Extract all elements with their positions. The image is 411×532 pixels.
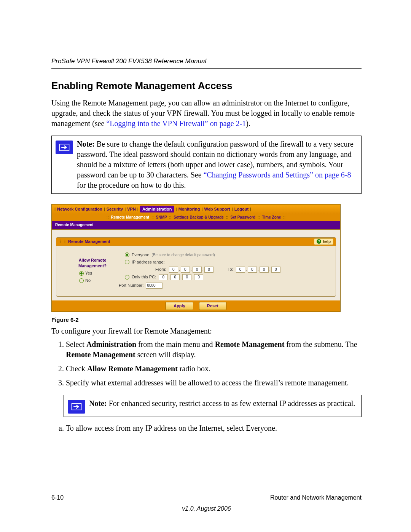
section-title: Enabling Remote Management Access [51,79,362,93]
opt-range-row: IP address range: [125,259,332,265]
tab-security[interactable]: Security [107,206,123,212]
step1-b1: Administration [86,340,136,348]
note-box-password: Note: Be sure to change the default conf… [51,136,362,194]
panel-title-label: Remote Management [68,239,110,244]
panel-titlebar: ⋮⋮ Remote Management ? help [56,238,336,246]
tab-separator: | [176,206,177,212]
radio-no-label: No [85,278,91,283]
step2-post: radio box. [178,364,210,373]
reset-button[interactable]: Reset [199,302,226,310]
ip-only-1[interactable]: 0 [159,274,168,280]
subtab-dot: :: [107,215,109,220]
subtab-snmp[interactable]: SNMP [156,215,167,220]
footer-page-number: 6-10 [51,494,64,502]
note-text: Note: For enhanced security, restrict ac… [89,398,357,409]
allow-remote-question: Allow Remote Management? Yes No [60,251,125,290]
subtab-remote-management[interactable]: Remote Management [111,215,150,220]
subtab-dot: :: [226,215,228,220]
help-label: help [323,239,331,244]
note-body: For enhanced security, restrict access t… [107,399,355,407]
tab-separator: | [104,206,105,212]
step1-b2: Remote Management [215,340,285,348]
opt-range-label: IP address range: [132,259,165,265]
note-label: Note: [89,399,107,407]
ip-to-2[interactable]: 0 [248,267,257,273]
footer-line: 6-10 Router and Network Management [51,491,362,502]
opt-everyone-hint: (Be sure to change default password) [151,252,215,258]
help-icon: ? [317,239,321,244]
step-1: Select Administration from the main menu… [66,339,362,360]
from-label: From: [155,267,166,272]
opt-everyone-label: Everyone [132,252,149,258]
subtab-time-zone[interactable]: Time Zone [262,215,281,220]
port-input[interactable]: 8080 [146,283,162,289]
tab-vpn[interactable]: VPN [127,206,136,212]
xref-login-link[interactable]: “Logging into the VPN Firewall” on page … [106,119,246,128]
ip-to-1[interactable]: 0 [236,267,245,273]
step-2: Check Allow Remote Management radio box. [66,364,362,374]
ip-only-group: 0. 0. 0. 0 [158,274,204,280]
ip-only-4[interactable]: 0 [194,274,203,280]
sub-tabstrip: :: Remote Management :: SNMP :: Settings… [52,214,340,221]
tab-logout[interactable]: Logout [234,206,249,212]
tab-web-support[interactable]: Web Support [204,206,230,212]
subtab-dot: :: [169,215,172,220]
apply-button[interactable]: Apply [166,302,193,310]
ip-from-2[interactable]: 0 [181,267,190,273]
router-screenshot: | Network Configuration | Security | VPN… [51,204,341,312]
subtab-set-password[interactable]: Set Password [230,215,255,220]
note-box-security: Note: For enhanced security, restrict ac… [64,395,362,417]
running-header: ProSafe VPN Firewall 200 FVX538 Referenc… [51,57,362,69]
allow-remote-line2: Management? [60,263,125,269]
xref-changing-passwords-link[interactable]: “Changing Passwords and Settings” on pag… [204,171,351,179]
tab-monitoring[interactable]: Monitoring [178,206,200,212]
radio-ip-range[interactable] [125,260,129,264]
tab-separator: | [137,206,139,212]
remote-management-panel: ⋮⋮ Remote Management ? help Allow Remote… [56,237,336,297]
subtab-dot: :: [283,215,285,220]
ip-only-2[interactable]: 0 [170,274,180,280]
step1-pre: Select [66,340,86,348]
step1-mid1: from the main menu and [136,340,215,348]
footer-chapter: Router and Network Management [270,494,362,502]
manual-page: ProSafe VPN Firewall 200 FVX538 Referenc… [0,0,411,532]
main-tabstrip: | Network Configuration | Security | VPN… [52,204,340,214]
figure-label: Figure 6-2 [51,316,362,324]
panel-body: Allow Remote Management? Yes No Everyone [56,246,336,296]
ip-from-group: 0. 0. 0. 0 [169,267,214,273]
port-label: Port Number: [119,283,143,288]
step1-post: screen will display. [135,350,196,359]
radio-yes[interactable] [79,271,84,276]
tab-network-configuration[interactable]: Network Configuration [57,206,102,212]
substeps-list: To allow access from any IP address on t… [51,423,362,433]
tab-administration[interactable]: Administration [140,206,174,213]
panel-title-text: ⋮⋮ Remote Management [59,239,110,244]
tab-separator: | [201,206,202,212]
ip-from-4[interactable]: 0 [204,267,213,273]
note-arrow-icon [56,141,73,154]
opt-range-inputs: From: 0. 0. 0. 0 To: 0. 0. 0. [125,267,332,273]
help-button[interactable]: ? help [314,238,333,245]
ip-from-1[interactable]: 0 [169,267,178,273]
radio-no[interactable] [79,278,84,283]
subtab-settings-backup[interactable]: Settings Backup & Upgrade [174,215,224,220]
note-arrow-icon [68,400,85,414]
note-label: Note: [77,140,95,148]
ip-only-3[interactable]: 0 [182,274,191,280]
ip-from-3[interactable]: 0 [193,267,202,273]
tab-separator: | [124,206,126,212]
radio-only-pc[interactable] [125,275,129,280]
to-label: To: [228,267,233,272]
steps-list: Select Administration from the main menu… [51,339,362,388]
tab-separator: | [232,206,233,212]
substep-a: To allow access from any IP address on t… [66,423,362,433]
config-intro: To configure your firewall for Remote Ma… [51,326,362,336]
note-text: Note: Be sure to change the default conf… [77,139,357,190]
ip-to-4[interactable]: 0 [271,267,280,273]
allow-yes-row: Yes [60,270,125,276]
radio-everyone[interactable] [125,252,129,257]
access-options: Everyone (Be sure to change default pass… [125,251,332,290]
footer-version: v1.0, August 2006 [51,505,362,513]
ip-to-3[interactable]: 0 [260,267,269,273]
step2-pre: Check [66,364,87,373]
